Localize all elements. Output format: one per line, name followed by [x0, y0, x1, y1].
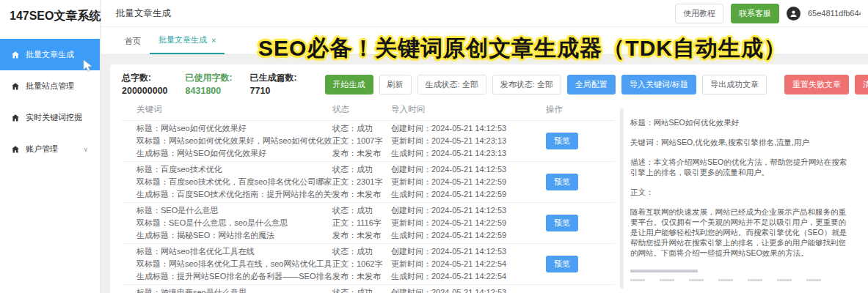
preview-body-label: 正文： [630, 187, 850, 197]
user-id[interactable]: 65e4811dfb644f6 [808, 9, 861, 18]
tab-label: 批量文章生成 [158, 34, 207, 45]
preview-button[interactable]: 预览 [546, 256, 578, 272]
preview-title: 标题：网站SEO如何优化效果好 [630, 117, 850, 127]
home-icon [11, 51, 20, 59]
row-created: 创建时间：2024-05-21 14:12:53 [391, 245, 534, 258]
row-title: 标题：跨境电商seo是什么意思 [136, 286, 332, 293]
stat-label: 已生成篇数: [250, 71, 297, 84]
start-generate-button[interactable]: 开始生成 [325, 75, 373, 94]
sidebar-nav: 批量文章生成 批量站点管理 实时关键词挖掘 账户管理 ∨ [0, 39, 100, 165]
row-created: 创建时间：2024-05-21 14:12:53 [391, 122, 534, 135]
preview-button[interactable]: 预览 [546, 133, 578, 149]
topbar: 批量文章生成 使用教程 联系客服 65e4811dfb644f6 [101, 0, 868, 27]
row-updated: 更新时间：2024-05-21 14:22:59 [391, 217, 534, 229]
row-status: 状态：成功 [332, 245, 391, 258]
toolbar-actions: 开始生成 刷新 生成状态: 全部 发布状态: 全部 全局配置 导入关键词/标题 … [325, 75, 767, 94]
row-created: 创建时间：2024-05-21 14:12:53 [391, 286, 534, 293]
main-card: 总字数: 200000000 已使用字数: 8431800 已生成篇数: 771… [110, 64, 868, 293]
table-row: 标题：网站seo排名优化工具在线 双标题：网站seo排名优化工具在线，seo网站… [122, 244, 615, 285]
stat-used-words: 已使用字数: 8431800 [186, 71, 233, 97]
table-row: 标题：跨境电商seo是什么意思 双标题： 生成标题： 状态：成功 正文： 发布：… [122, 285, 615, 293]
refresh-button[interactable]: 刷新 [379, 75, 412, 94]
card-body: 关键词 状态 导入时间 操作 标题：网站seo如何优化效果好 双标题：网站seo… [122, 100, 868, 293]
close-icon[interactable]: × [211, 36, 216, 45]
export-success-button[interactable]: 导出成功文章 [702, 75, 767, 94]
stat-value: 7710 [250, 84, 297, 97]
row-double-title: 双标题：SEO是什么意思，seo是什么意思 [136, 217, 332, 229]
row-title: 标题：SEO是什么意思 [136, 204, 332, 217]
stat-label: 总字数: [122, 71, 168, 84]
global-config-button[interactable]: 全局配置 [567, 75, 616, 94]
preview-description: 描述：本文将介绍网站SEO的优化方法，帮助您提升网站在搜索引擎上的排名，吸引更多… [630, 157, 850, 177]
article-preview-panel: 标题：网站SEO如何优化效果好 关键词：网站SEO,优化效果,搜索引擎排名,流量… [630, 100, 850, 293]
row-updated: 更新时间：2024-05-21 14:22:59 [391, 176, 534, 188]
home-icon [11, 114, 20, 122]
stats-toolbar: 总字数: 200000000 已使用字数: 8431800 已生成篇数: 771… [122, 70, 868, 98]
article-table: 关键词 状态 导入时间 操作 标题：网站seo如何优化效果好 双标题：网站seo… [122, 100, 615, 293]
chevron-down-icon: ∨ [83, 146, 94, 153]
row-created: 创建时间：2024-05-21 14:12:53 [391, 204, 534, 217]
header-status: 状态 [332, 104, 391, 115]
preview-button[interactable]: 预览 [546, 174, 578, 190]
content: 总字数: 200000000 已使用字数: 8431800 已生成篇数: 771… [101, 55, 868, 293]
row-generated: 生成时间：2024-05-21 14:23:13 [391, 147, 534, 160]
row-double-title: 双标题：百度seo技术优化，百度seo排名优化公司哪家好 [136, 176, 332, 188]
row-double-title: 双标题：网站seo排名优化工具在线，seo网站优化工具大全 [136, 258, 332, 270]
tab-home[interactable]: 首页 [116, 29, 150, 54]
generate-status-filter[interactable]: 生成状态: 全部 [417, 75, 486, 94]
import-keywords-button[interactable]: 导入关键词/标题 [621, 75, 696, 94]
table-scrollbar[interactable] [620, 108, 624, 289]
stat-total-words: 总字数: 200000000 [122, 71, 168, 97]
row-created: 创建时间：2024-05-21 14:12:53 [391, 163, 534, 176]
header-action: 操作 [534, 104, 600, 115]
contact-support-button[interactable]: 联系客服 [731, 4, 779, 23]
stat-value: 200000000 [122, 84, 168, 97]
breadcrumb: 批量文章生成 [116, 7, 171, 20]
publish-status-filter[interactable]: 发布状态: 全部 [492, 75, 561, 94]
embedded-image-table-bars [630, 279, 850, 281]
sidebar-item-realtime-keyword-mining[interactable]: 实时关键词挖掘 [0, 102, 100, 133]
row-publish: 发布：未发布 [332, 229, 391, 242]
toolbar-actions-right: 重置失败文章 清空 [784, 75, 868, 94]
row-publish: 发布：未发布 [332, 147, 391, 160]
user-avatar[interactable] [787, 7, 800, 21]
sidebar-item-account-manage[interactable]: 账户管理 ∨ [0, 133, 100, 165]
table-header: 关键词 状态 导入时间 操作 [122, 100, 615, 121]
overlay-headline: SEO必备！关键词原创文章生成器（TDK自动生成） [258, 34, 787, 64]
table-row: 标题：SEO是什么意思 双标题：SEO是什么意思，seo是什么意思 生成标题：揭… [122, 203, 615, 244]
row-words: 正文：1007字 [332, 135, 391, 147]
row-status: 状态：成功 [332, 122, 391, 135]
row-generated: 生成时间：2024-05-21 14:22:54 [391, 270, 534, 283]
clear-button[interactable]: 清空 [855, 75, 868, 94]
row-status: 状态：成功 [332, 204, 391, 217]
sidebar-item-label: 实时关键词挖掘 [26, 112, 82, 123]
mouse-cursor [83, 59, 95, 75]
app-title: 147SEO文章系统 [0, 0, 100, 31]
row-gen-title: 生成标题：揭秘SEO：网站排名的魔法 [136, 229, 332, 242]
row-publish: 发布：未发布 [332, 270, 391, 283]
row-updated: 更新时间：2024-05-21 14:22:54 [391, 258, 534, 270]
sidebar-item-label: 批量站点管理 [26, 81, 74, 92]
tutorial-button[interactable]: 使用教程 [675, 4, 723, 23]
row-generated: 生成时间：2024-05-21 14:22:59 [391, 188, 534, 201]
sidebar: 147SEO文章系统 批量文章生成 批量站点管理 实时关键词挖掘 账户管理 ∨ [0, 0, 101, 293]
row-words: 正文：1116字 [332, 217, 391, 229]
row-words: 正文：2301字 [332, 176, 391, 188]
row-gen-title: 生成标题：网站SEO如何优化效果好 [136, 147, 332, 160]
header-keyword: 关键词 [122, 104, 332, 115]
row-generated: 生成时间：2024-05-21 14:22:59 [391, 229, 534, 242]
stat-generated-count: 已生成篇数: 7710 [250, 71, 297, 97]
row-publish: 发布：未发布 [332, 188, 391, 201]
header-import-time: 导入时间 [391, 104, 534, 115]
topbar-right: 使用教程 联系客服 65e4811dfb644f6 [675, 4, 861, 23]
reset-failed-button[interactable]: 重置失败文章 [784, 75, 849, 94]
preview-button[interactable]: 预览 [546, 215, 578, 231]
stat-value: 8431800 [186, 84, 233, 97]
tab-batch-article-generate[interactable]: 批量文章生成 × [150, 27, 225, 54]
table-row: 标题：网站seo如何优化效果好 双标题：网站seo如何优化效果好，网站seo如何… [122, 121, 615, 162]
row-words: 正文：1062字 [332, 258, 391, 270]
row-title: 标题：网站seo排名优化工具在线 [136, 245, 332, 258]
embedded-image-caption-bar [630, 270, 698, 272]
table-row: 标题：百度seo技术优化 双标题：百度seo技术优化，百度seo排名优化公司哪家… [122, 162, 615, 203]
row-double-title: 双标题：网站seo如何优化效果好，网站seo如何优化效果好些 [136, 135, 332, 147]
